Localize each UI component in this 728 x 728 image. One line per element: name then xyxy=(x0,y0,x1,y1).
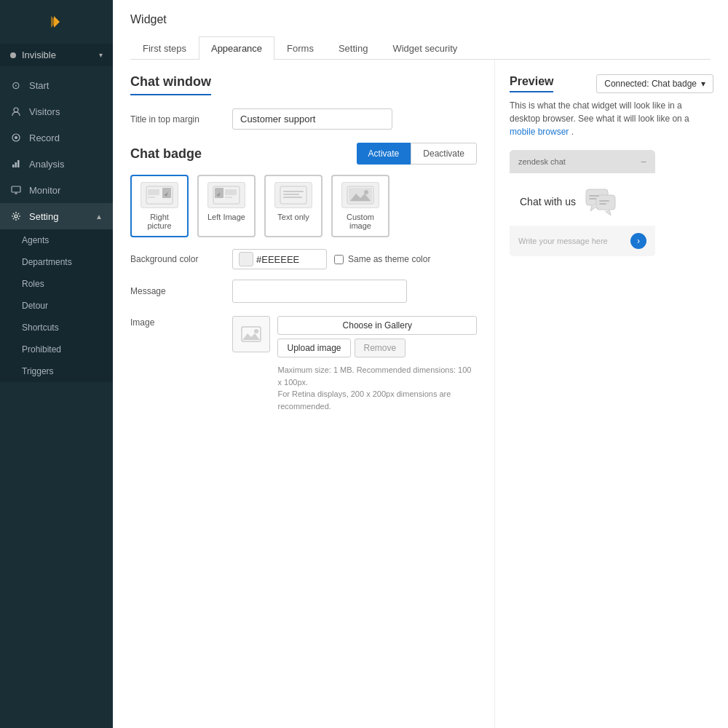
submenu-item-shortcuts[interactable]: Shortcuts xyxy=(0,317,113,339)
svg-rect-35 xyxy=(599,200,609,202)
minimize-icon[interactable]: − xyxy=(641,156,646,167)
sidebar-item-setting[interactable]: Setting ▲ xyxy=(0,203,113,229)
logo-icon xyxy=(47,12,67,32)
sidebar-item-label: Monitor xyxy=(29,185,60,196)
sidebar-logo xyxy=(0,0,113,44)
same-as-theme-label: Same as theme color xyxy=(348,254,430,264)
badge-title: Chat badge xyxy=(130,146,202,162)
choose-gallery-button[interactable]: Choose in Gallery xyxy=(277,316,477,335)
sidebar-item-analysis[interactable]: Analysis xyxy=(0,151,113,177)
preview-dropdown-label: Connected: Chat badge xyxy=(604,79,697,89)
sidebar-item-label: Setting xyxy=(29,211,58,222)
submenu-item-roles[interactable]: Roles xyxy=(0,273,113,295)
svg-rect-6 xyxy=(15,162,17,167)
preview-dropdown[interactable]: Connected: Chat badge ▾ xyxy=(596,74,713,93)
chat-widget-brand: zendesk chat xyxy=(518,157,566,166)
deactivate-button[interactable]: Deactivate xyxy=(411,143,477,165)
content-area: Chat window Title in top margin Chat bad… xyxy=(113,60,728,728)
badge-option-text-only[interactable]: Text only xyxy=(264,175,323,237)
left-panel: Chat window Title in top margin Chat bad… xyxy=(113,60,495,728)
record-icon xyxy=(10,132,22,143)
svg-rect-19 xyxy=(225,197,232,198)
message-label: Message xyxy=(130,286,232,296)
message-input[interactable] xyxy=(232,280,407,303)
submenu-item-agents[interactable]: Agents xyxy=(0,229,113,251)
title-label: Title in top margin xyxy=(130,114,232,124)
background-color-row: Background color Same as theme color xyxy=(130,249,477,269)
svg-rect-5 xyxy=(12,165,15,167)
chat-window-title: Chat window xyxy=(130,74,211,95)
color-hex-input[interactable] xyxy=(256,254,322,265)
activate-button[interactable]: Activate xyxy=(357,143,411,165)
svg-marker-29 xyxy=(242,333,260,340)
badge-header: Chat badge Activate Deactivate xyxy=(130,143,477,165)
svg-point-27 xyxy=(364,190,368,194)
page-title: Widget xyxy=(130,13,711,26)
sidebar-item-label: Visitors xyxy=(29,106,60,117)
badge-option-label: Left Image xyxy=(207,213,245,221)
badge-option-left-image[interactable]: Left Image xyxy=(197,175,256,237)
sidebar-item-visitors[interactable]: Visitors xyxy=(0,98,113,124)
same-as-theme-row: Same as theme color xyxy=(334,254,430,264)
svg-rect-36 xyxy=(599,203,606,205)
background-label: Background color xyxy=(130,254,232,264)
tab-forms[interactable]: Forms xyxy=(274,36,326,60)
same-as-theme-checkbox[interactable] xyxy=(334,255,344,264)
analysis-icon xyxy=(10,158,22,170)
sidebar-navigation: ⊙ Start Visitors Record Analysis Monit xyxy=(0,72,113,229)
page-header: Widget First steps Appearance Forms Sett… xyxy=(113,0,728,60)
title-input[interactable] xyxy=(232,108,392,130)
chat-badge-section: Chat badge Activate Deactivate xyxy=(130,143,477,412)
sidebar-item-label: Start xyxy=(29,80,49,91)
chat-widget-header: zendesk chat − xyxy=(510,150,655,173)
image-section: Choose in Gallery Upload image Remove Ma… xyxy=(232,316,477,412)
chat-with-us-text: Chat with us xyxy=(520,196,576,207)
sidebar-item-start[interactable]: ⊙ Start xyxy=(0,72,113,98)
upload-button[interactable]: Upload image xyxy=(277,339,350,357)
image-label: Image xyxy=(130,313,232,328)
badge-option-custom-image[interactable]: Custom image xyxy=(331,175,389,237)
svg-rect-7 xyxy=(17,160,20,167)
tab-appearance[interactable]: Appearance xyxy=(199,36,274,60)
badge-option-right-picture[interactable]: Right picture xyxy=(130,175,189,237)
image-buttons: Choose in Gallery Upload image Remove Ma… xyxy=(277,316,477,412)
sidebar-item-label: Record xyxy=(29,132,60,143)
svg-rect-34 xyxy=(589,198,596,199)
right-picture-icon xyxy=(141,182,178,208)
sidebar-item-record[interactable]: Record xyxy=(0,124,113,151)
svg-rect-21 xyxy=(283,191,304,192)
chat-widget-body: Chat with us xyxy=(510,173,655,226)
left-image-icon xyxy=(207,182,245,208)
preview-description: This is what the chat widget will look l… xyxy=(510,99,713,138)
color-input-group xyxy=(232,249,327,269)
title-row: Title in top margin xyxy=(130,108,477,130)
badge-option-label: Custom image xyxy=(339,213,382,230)
chat-send-button[interactable]: › xyxy=(630,233,646,249)
tab-widget-security[interactable]: Widget security xyxy=(380,36,470,60)
svg-rect-8 xyxy=(12,186,20,192)
svg-rect-12 xyxy=(148,197,155,198)
status-label: Invisible xyxy=(22,50,93,60)
chevron-down-icon: ▾ xyxy=(99,51,103,59)
svg-point-2 xyxy=(14,108,18,112)
svg-rect-33 xyxy=(589,195,599,197)
sidebar-status[interactable]: Invisible ▾ xyxy=(0,44,113,66)
sidebar-item-monitor[interactable]: Monitor xyxy=(0,177,113,203)
chat-window-section: Chat window Title in top margin xyxy=(130,74,477,130)
mobile-browser-link[interactable]: mobile browser xyxy=(510,127,569,137)
svg-rect-11 xyxy=(148,189,159,195)
submenu-item-departments[interactable]: Departments xyxy=(0,251,113,273)
preview-header: Preview Connected: Chat badge ▾ xyxy=(510,74,713,93)
image-preview xyxy=(232,316,270,352)
settings-icon xyxy=(10,210,22,222)
chevron-up-icon: ▲ xyxy=(95,213,103,221)
submenu-item-detour[interactable]: Detour xyxy=(0,295,113,317)
submenu-item-prohibited[interactable]: Prohibited xyxy=(0,339,113,360)
submenu-item-triggers[interactable]: Triggers xyxy=(0,360,113,382)
remove-button[interactable]: Remove xyxy=(355,339,406,357)
tab-first-steps[interactable]: First steps xyxy=(130,36,199,60)
chevron-down-icon: ▾ xyxy=(701,79,705,89)
tab-setting[interactable]: Setting xyxy=(326,36,380,60)
sidebar-submenu: Agents Departments Roles Detour Shortcut… xyxy=(0,229,113,382)
status-indicator xyxy=(10,52,16,58)
